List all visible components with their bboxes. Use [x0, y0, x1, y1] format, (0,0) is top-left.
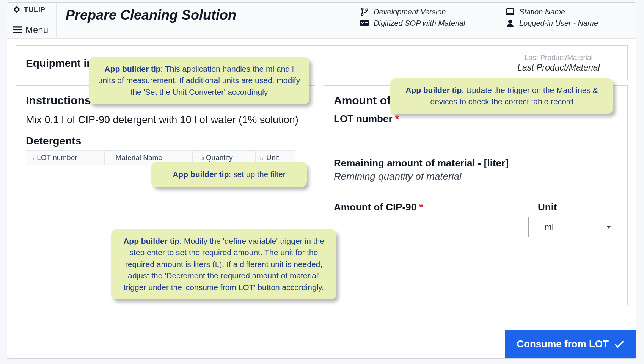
brand-logo: TULIP — [13, 6, 52, 14]
menu-label: Menu — [25, 25, 48, 35]
instruction-body: Mix 0.1 l of CIP-90 detergent with 10 l … — [26, 113, 305, 127]
unit-label: Unit — [538, 201, 617, 213]
app-frame: TULIP Menu Prepare Cleaning Solution Dev… — [7, 2, 636, 359]
tip-trigger: App builder tip: Update the trigger on t… — [390, 78, 613, 114]
tip-units: App builder tip: This application handle… — [89, 57, 309, 104]
branch-icon — [360, 7, 369, 16]
unit-column: Unit ml — [538, 199, 617, 237]
menu-button[interactable]: Menu — [13, 25, 52, 35]
brand-menu-area: TULIP Menu — [7, 3, 57, 38]
equipment-last-product: Last Product/Material Last Product/Mater… — [500, 53, 617, 73]
svg-rect-9 — [365, 24, 368, 24]
tip-filter: App builder tip: set up the filter — [151, 162, 307, 187]
last-product-label: Last Product/Material — [500, 53, 617, 62]
required-star: * — [395, 113, 399, 124]
consume-from-lot-button[interactable]: Consume from LOT — [505, 330, 636, 358]
topbar: TULIP Menu Prepare Cleaning Solution Dev… — [7, 3, 636, 39]
meta-user: Logged-in User - Name — [506, 19, 627, 28]
amount-column: Amount of CIP-90 * — [334, 199, 529, 246]
amount-row: Amount of CIP-90 * Unit ml — [334, 199, 617, 246]
meta-station: Station Name — [506, 7, 627, 16]
title-area: Prepare Cleaning Solution — [57, 3, 355, 28]
amount-label: Amount of CIP-90 * — [334, 201, 529, 213]
lot-number-input[interactable] — [334, 129, 617, 149]
tulip-icon — [13, 6, 21, 14]
brand-text: TULIP — [24, 6, 46, 14]
user-icon — [506, 19, 515, 28]
consume-button-label: Consume from LOT — [517, 338, 609, 350]
unit-select-value: ml — [544, 222, 554, 232]
lot-number-label: LOT number * — [334, 113, 617, 125]
unit-select[interactable]: ml — [538, 217, 617, 237]
header-meta: Development Version Station Name Digitiz… — [355, 3, 636, 31]
svg-point-5 — [366, 9, 368, 11]
tip-define-variable: App builder tip: Modify the 'define vari… — [111, 229, 336, 299]
check-icon — [614, 340, 625, 348]
amount-input[interactable] — [334, 217, 529, 237]
remaining-label: Remaining amount of material - [liter] — [334, 157, 617, 169]
svg-rect-1 — [13, 29, 22, 30]
svg-point-10 — [508, 20, 512, 24]
svg-rect-6 — [507, 9, 514, 14]
detergents-title: Detergents — [26, 135, 305, 147]
svg-point-4 — [361, 14, 363, 16]
consumption-panel: Amount of CIP-90 used LOT number * Remai… — [324, 85, 628, 305]
hamburger-icon — [13, 26, 22, 34]
checklist-icon — [360, 19, 369, 28]
last-product-value: Last Product/Material — [500, 63, 617, 73]
svg-rect-8 — [365, 22, 368, 23]
page-title: Prepare Cleaning Solution — [66, 7, 236, 23]
svg-rect-7 — [360, 20, 369, 26]
meta-version: Development Version — [360, 7, 496, 16]
laptop-icon — [506, 7, 515, 16]
svg-point-3 — [361, 8, 363, 10]
svg-rect-2 — [13, 32, 22, 33]
remaining-value: Remining quantity of material — [334, 171, 617, 182]
required-star: * — [419, 201, 423, 213]
col-lot[interactable]: TrLOT number — [26, 150, 105, 165]
meta-sop: Digitized SOP with Material — [360, 19, 496, 28]
svg-rect-0 — [13, 26, 22, 27]
chevron-down-icon — [606, 226, 611, 229]
